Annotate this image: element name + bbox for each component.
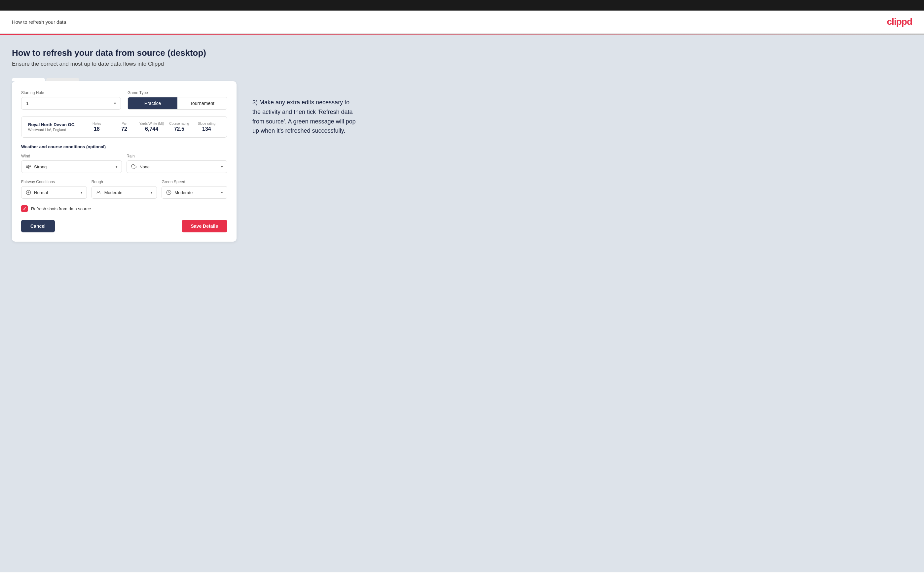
par-value: 72: [110, 126, 138, 132]
page-subheading: Ensure the correct and most up to date d…: [12, 61, 912, 67]
wind-chevron: ▾: [116, 165, 118, 169]
fairway-select[interactable]: Normal ▾: [21, 186, 87, 199]
course-name-block: Royal North Devon GC, Westward Ho!, Engl…: [28, 122, 83, 132]
starting-hole-value: 1: [26, 101, 29, 106]
wind-select[interactable]: Strong ▾: [21, 160, 122, 173]
course-stat-slope-rating: Slope rating 134: [193, 122, 220, 132]
conditions-section-title: Weather and course conditions (optional): [21, 144, 227, 149]
refresh-checkbox-label: Refresh shots from data source: [31, 206, 91, 211]
starting-hole-chevron: ▾: [114, 101, 116, 106]
rain-value: None: [139, 164, 218, 169]
holes-value: 18: [83, 126, 110, 132]
card-tab-2: [46, 78, 79, 81]
wind-label: Wind: [21, 154, 122, 158]
slope-rating-label: Slope rating: [193, 122, 220, 126]
tournament-button[interactable]: Tournament: [178, 97, 227, 109]
course-stat-par: Par 72: [110, 122, 138, 132]
yards-value: 6,744: [138, 126, 165, 132]
fairway-icon: [26, 190, 31, 195]
logo: clippd: [887, 16, 912, 27]
refresh-checkbox-row: Refresh shots from data source: [21, 205, 227, 212]
green-speed-label: Green Speed: [162, 180, 227, 184]
starting-hole-select[interactable]: 1 ▾: [21, 97, 121, 110]
content-row: Starting Hole 1 ▾ Game Type Practice: [12, 78, 912, 242]
course-stat-yards: Yards/White (M)) 6,744: [138, 122, 165, 132]
top-fields-row: Starting Hole 1 ▾ Game Type Practice: [21, 90, 227, 110]
fairway-chevron: ▾: [81, 190, 82, 195]
rain-icon: [131, 164, 137, 170]
fairway-value: Normal: [34, 190, 78, 195]
header-title: How to refresh your data: [12, 19, 66, 25]
green-speed-chevron: ▾: [221, 190, 223, 195]
main-content: How to refresh your data from source (de…: [0, 35, 924, 572]
slope-rating-value: 134: [193, 126, 220, 132]
rough-select[interactable]: Moderate ▾: [92, 186, 157, 199]
edit-activity-card: Starting Hole 1 ▾ Game Type Practice: [12, 81, 236, 242]
card-tabs: [12, 78, 236, 81]
rain-label: Rain: [126, 154, 227, 158]
wind-icon: [26, 164, 31, 170]
course-info-box: Royal North Devon GC, Westward Ho!, Engl…: [21, 116, 227, 138]
holes-label: Holes: [83, 122, 110, 126]
rain-select[interactable]: None ▾: [126, 160, 227, 173]
course-rating-value: 72.5: [165, 126, 193, 132]
rain-chevron: ▾: [221, 165, 223, 169]
side-note-text: 3) Make any extra edits necessary to the…: [252, 98, 358, 136]
side-note-block: 3) Make any extra edits necessary to the…: [252, 78, 358, 136]
game-type-label: Game Type: [128, 90, 227, 95]
refresh-checkbox[interactable]: [21, 205, 28, 212]
save-details-button[interactable]: Save Details: [182, 220, 228, 232]
green-speed-value: Moderate: [174, 190, 218, 195]
rough-chevron: ▾: [151, 190, 153, 195]
conditions-row-2: Fairway Conditions Normal ▾ Rough: [21, 180, 227, 199]
course-rating-label: Course rating: [165, 122, 193, 126]
starting-hole-label: Starting Hole: [21, 90, 121, 95]
yards-label: Yards/White (M)): [138, 122, 165, 126]
course-stat-holes: Holes 18: [83, 122, 110, 132]
practice-button[interactable]: Practice: [128, 97, 178, 109]
green-speed-field: Green Speed Moderate ▾: [162, 180, 227, 199]
course-name-main: Royal North Devon GC,: [28, 122, 83, 127]
green-speed-icon: [166, 190, 172, 195]
game-type-toggle: Practice Tournament: [128, 97, 227, 110]
course-stat-course-rating: Course rating 72.5: [165, 122, 193, 132]
wind-value: Strong: [34, 164, 113, 169]
course-name-sub: Westward Ho!, England: [28, 128, 83, 132]
action-buttons-row: Cancel Save Details: [21, 220, 227, 232]
rough-icon: [96, 190, 102, 195]
wind-field: Wind Strong ▾: [21, 154, 122, 173]
fairway-label: Fairway Conditions: [21, 180, 87, 184]
fairway-field: Fairway Conditions Normal ▾: [21, 180, 87, 199]
rough-label: Rough: [92, 180, 157, 184]
page-heading: How to refresh your data from source (de…: [12, 48, 912, 58]
green-speed-select[interactable]: Moderate ▾: [162, 186, 227, 199]
rough-value: Moderate: [104, 190, 148, 195]
rough-field: Rough Moderate ▾: [92, 180, 157, 199]
par-label: Par: [110, 122, 138, 126]
card-tab-1: [12, 78, 45, 81]
rain-field: Rain None ▾: [126, 154, 227, 173]
starting-hole-field: Starting Hole 1 ▾: [21, 90, 121, 110]
cancel-button[interactable]: Cancel: [21, 220, 55, 232]
game-type-field: Game Type Practice Tournament: [128, 90, 227, 110]
footer: Copyright Clippd 2022: [0, 572, 924, 577]
wind-rain-row: Wind Strong ▾ Rain: [21, 154, 227, 173]
